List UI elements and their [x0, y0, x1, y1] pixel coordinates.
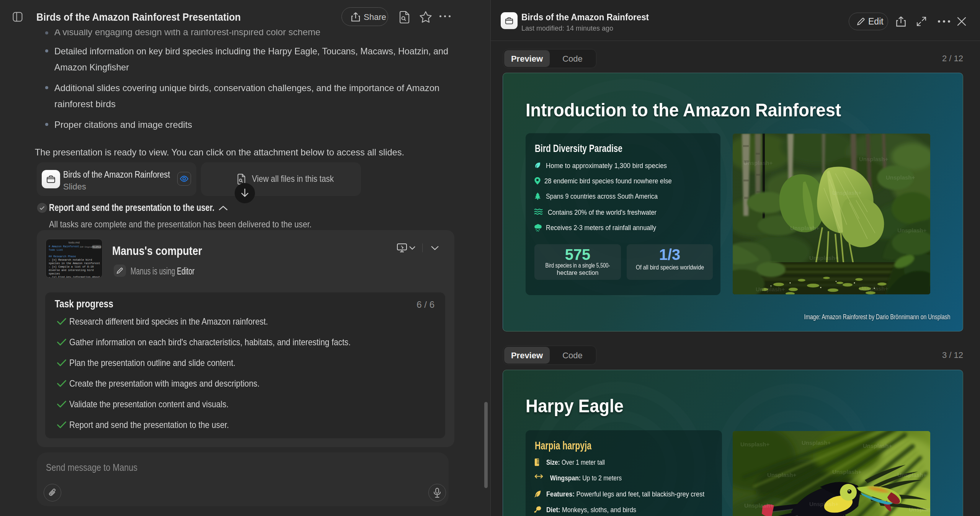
svg-text:Unsplash+: Unsplash+: [909, 506, 930, 513]
svg-text:Unsplash+: Unsplash+: [809, 501, 839, 507]
svg-text:Unsplash+: Unsplash+: [740, 441, 770, 447]
svg-text:Unsplash+: Unsplash+: [863, 443, 892, 449]
svg-text:Unsplash+: Unsplash+: [886, 174, 915, 181]
svg-text:Unsplash+: Unsplash+: [802, 439, 831, 446]
svg-text:Unsplash+: Unsplash+: [743, 160, 773, 166]
svg-text:Unsplash+: Unsplash+: [859, 156, 889, 162]
svg-text:Unsplash+: Unsplash+: [832, 189, 862, 196]
svg-text:Unsplash+: Unsplash+: [897, 472, 927, 478]
svg-text:Unsplash+: Unsplash+: [832, 469, 862, 475]
svg-text:Unsplash+: Unsplash+: [809, 255, 839, 261]
svg-text:Unsplash+: Unsplash+: [859, 285, 889, 292]
svg-text:Unsplash+: Unsplash+: [897, 227, 927, 234]
svg-text:Unsplash+: Unsplash+: [790, 225, 820, 231]
svg-text:Unsplash+: Unsplash+: [756, 286, 785, 292]
svg-text:Unsplash+: Unsplash+: [744, 502, 774, 509]
svg-text:Unsplash+: Unsplash+: [767, 472, 797, 478]
